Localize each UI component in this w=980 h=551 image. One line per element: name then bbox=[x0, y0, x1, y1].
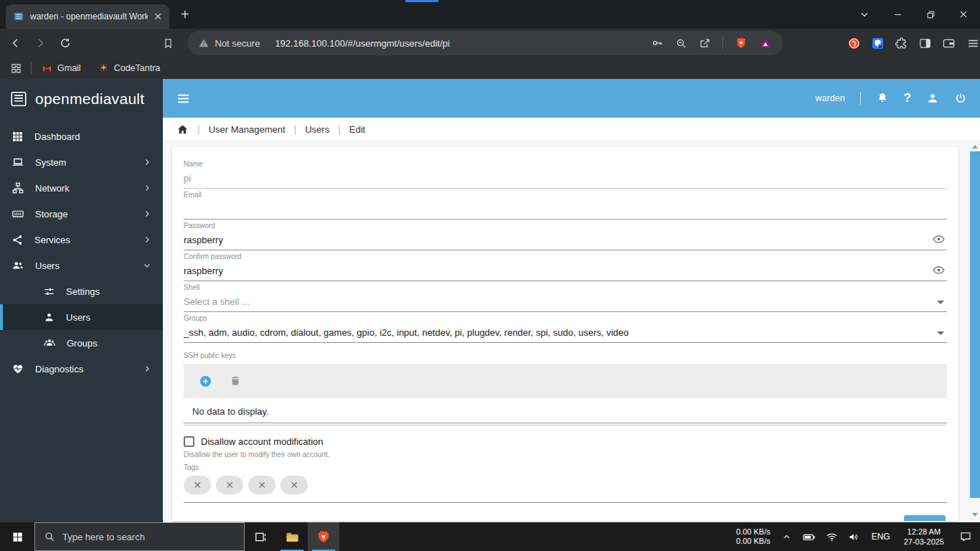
duckduckgo-extension-icon[interactable] bbox=[847, 37, 861, 50]
window-close-button[interactable] bbox=[947, 0, 980, 29]
shell-dropdown-caret-icon[interactable] bbox=[937, 301, 944, 304]
omv-logo[interactable]: openmediavault bbox=[0, 79, 163, 119]
add-ssh-key-button[interactable] bbox=[199, 375, 212, 388]
field-password: Password raspberry bbox=[184, 222, 947, 250]
browser-tab[interactable]: warden - openmediavault Work ✕ bbox=[6, 4, 169, 29]
sidebar-item-users[interactable]: Users bbox=[0, 253, 163, 278]
sidebar-item-system[interactable]: System bbox=[0, 149, 163, 175]
remove-tag-icon[interactable]: ✕ bbox=[258, 479, 266, 491]
toggle-password-visibility-icon[interactable] bbox=[932, 232, 946, 246]
groups-dropdown-caret-icon[interactable] bbox=[937, 331, 944, 335]
toggle-confirm-password-visibility-icon[interactable] bbox=[932, 263, 946, 277]
page-scrollbar[interactable] bbox=[970, 141, 980, 522]
bookmark-gmail[interactable]: Gmail bbox=[42, 63, 81, 74]
bookmark-page-icon[interactable] bbox=[159, 34, 178, 52]
share-icon[interactable] bbox=[699, 37, 711, 50]
browser-menu-icon[interactable] bbox=[966, 37, 980, 50]
disallow-modification-label: Disallow account modification bbox=[201, 436, 324, 447]
groups-select[interactable]: _ssh, adm, audio, cdrom, dialout, games,… bbox=[184, 324, 947, 343]
sidebar-item-users-settings[interactable]: Settings bbox=[0, 278, 163, 304]
home-icon[interactable] bbox=[176, 123, 189, 136]
remove-tag-icon[interactable]: ✕ bbox=[290, 479, 298, 491]
window-minimize-button[interactable] bbox=[881, 0, 914, 29]
sidebar-panel-icon[interactable] bbox=[918, 37, 932, 50]
privacy-shield-extension-icon[interactable] bbox=[871, 37, 885, 50]
chevron-right-icon bbox=[143, 364, 151, 373]
breadcrumb-user-management[interactable]: User Management bbox=[209, 124, 286, 135]
taskbar-search-box[interactable]: Type here to search bbox=[34, 522, 245, 551]
shell-select[interactable]: Select a shell ... bbox=[184, 293, 947, 312]
language-indicator[interactable]: ENG bbox=[872, 532, 890, 542]
scrollbar-up-arrow[interactable] bbox=[972, 145, 978, 149]
sidebar-item-dashboard[interactable]: Dashboard bbox=[0, 123, 163, 149]
power-logout-icon[interactable] bbox=[954, 92, 967, 105]
action-center-icon[interactable] bbox=[951, 530, 980, 543]
remove-tag-icon[interactable]: ✕ bbox=[225, 479, 234, 491]
sidebar-item-network[interactable]: Network bbox=[0, 175, 163, 201]
brave-rewards-icon[interactable] bbox=[759, 37, 772, 50]
email-label: Email bbox=[184, 191, 947, 200]
network-speed-indicator[interactable]: 0.00 KB/s 0.00 KB/s bbox=[736, 527, 771, 546]
omv-sidebar: openmediavault Dashboard System Network bbox=[0, 79, 163, 522]
confirm-password-input[interactable]: raspberry bbox=[184, 262, 947, 281]
tag-chip[interactable]: ✕ bbox=[281, 476, 308, 494]
tag-chip[interactable]: ✕ bbox=[184, 476, 211, 494]
remove-tag-icon[interactable]: ✕ bbox=[193, 479, 202, 491]
url-text[interactable]: 192.168.100.100/#/usermgmt/users/edit/pi bbox=[275, 38, 450, 49]
cancel-button[interactable]: Cancel bbox=[856, 520, 885, 522]
wifi-icon[interactable] bbox=[826, 531, 838, 543]
tag-chip[interactable]: ✕ bbox=[216, 476, 243, 494]
password-key-icon[interactable] bbox=[651, 37, 664, 50]
task-view-button[interactable] bbox=[245, 522, 276, 551]
help-icon[interactable]: ? bbox=[904, 91, 911, 105]
disallow-modification-checkbox[interactable] bbox=[184, 436, 194, 447]
back-button[interactable] bbox=[6, 34, 25, 52]
scrollbar-down-arrow[interactable] bbox=[972, 513, 978, 517]
delete-ssh-key-button[interactable] bbox=[229, 375, 242, 387]
window-restore-button[interactable] bbox=[914, 0, 947, 29]
password-input[interactable]: raspberry bbox=[184, 231, 947, 250]
scrollbar-thumb[interactable] bbox=[970, 151, 980, 498]
bookmark-codetantra[interactable]: CodeTantra bbox=[98, 63, 161, 74]
sidebar-toggle-hamburger-icon[interactable] bbox=[176, 91, 191, 106]
email-input[interactable] bbox=[184, 200, 947, 220]
sidebar-item-diagnostics[interactable]: Diagnostics bbox=[0, 356, 163, 382]
browser-toolbar: Not secure 192.168.100.100/#/usermgmt/us… bbox=[0, 29, 980, 57]
sidebar-item-services[interactable]: Services bbox=[0, 227, 163, 253]
sidebar-item-users-users[interactable]: Users bbox=[0, 304, 163, 330]
tab-close-icon[interactable]: ✕ bbox=[154, 11, 162, 22]
chevron-right-icon bbox=[143, 158, 151, 166]
taskbar-clock[interactable]: 12:28 AM 27-03-2025 bbox=[904, 527, 944, 547]
tab-search-chevron-icon[interactable] bbox=[848, 0, 881, 29]
battery-icon[interactable] bbox=[802, 530, 816, 544]
apps-grid-icon[interactable] bbox=[10, 62, 22, 75]
tag-chip[interactable]: ✕ bbox=[248, 476, 275, 494]
sidebar-item-users-groups[interactable]: Groups bbox=[0, 330, 163, 356]
brave-shields-icon[interactable] bbox=[735, 37, 748, 50]
wallet-icon[interactable] bbox=[942, 37, 956, 50]
save-button[interactable]: Save bbox=[904, 515, 946, 521]
file-explorer-button[interactable] bbox=[276, 522, 308, 551]
start-button[interactable] bbox=[0, 522, 34, 551]
tray-chevron-up-icon[interactable] bbox=[781, 532, 792, 542]
new-tab-button[interactable]: + bbox=[181, 6, 189, 23]
address-bar[interactable]: Not secure 192.168.100.100/#/usermgmt/us… bbox=[187, 31, 783, 55]
not-secure-warning-icon[interactable] bbox=[198, 37, 209, 49]
brave-browser-button[interactable] bbox=[308, 522, 339, 551]
user-menu-icon[interactable] bbox=[926, 92, 939, 105]
forward-button[interactable] bbox=[32, 34, 50, 52]
notifications-bell-icon[interactable] bbox=[876, 92, 889, 105]
content-area: Name pi Email Password raspberry Confirm… bbox=[163, 141, 980, 522]
bookmark-codetantra-label: CodeTantra bbox=[114, 63, 161, 73]
sidebar-item-storage[interactable]: Storage bbox=[0, 201, 163, 227]
zoom-out-icon[interactable] bbox=[675, 37, 687, 50]
breadcrumb-users[interactable]: Users bbox=[305, 124, 329, 135]
speaker-icon[interactable] bbox=[848, 531, 860, 543]
extensions-puzzle-icon[interactable] bbox=[895, 37, 908, 50]
not-secure-label[interactable]: Not secure bbox=[215, 38, 260, 49]
ssh-keys-label: SSH public keys bbox=[184, 352, 947, 361]
logged-in-user[interactable]: warden bbox=[816, 93, 845, 103]
confirm-password-label: Confirm password bbox=[184, 253, 947, 262]
net-speed-up: 0.00 KB/s bbox=[736, 527, 771, 537]
reload-button[interactable] bbox=[56, 34, 75, 52]
